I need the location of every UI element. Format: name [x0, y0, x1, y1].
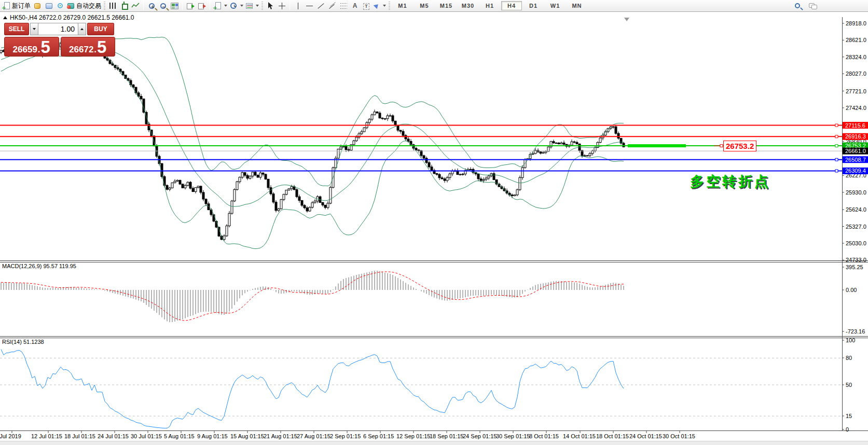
volume-increase-button[interactable]: [78, 23, 86, 35]
sell-price-sep: .: [38, 45, 40, 54]
fibonacci-icon: [340, 3, 347, 9]
clock-icon: [230, 3, 237, 9]
indicators-button[interactable]: [212, 1, 228, 11]
zoom-in-button[interactable]: [146, 1, 157, 11]
tab-m15[interactable]: M15: [436, 1, 457, 10]
trendline-button[interactable]: [315, 1, 326, 11]
collapse-panel-icon[interactable]: [3, 16, 7, 19]
toolbar-right: [794, 2, 817, 10]
svg-text:30 Oct 01:15: 30 Oct 01:15: [663, 433, 695, 439]
svg-text:26309.4: 26309.4: [845, 168, 866, 174]
macd-signal-line: [1, 272, 624, 321]
rsi-indicator-label: RSI(14) 51.1238: [2, 339, 44, 345]
vertical-line-button[interactable]: [292, 1, 304, 11]
tab-h4[interactable]: H4: [501, 1, 522, 10]
svg-text:9 Aug 01:15: 9 Aug 01:15: [197, 433, 228, 439]
label-tool-icon: T: [363, 3, 369, 10]
svg-text:27424.0: 27424.0: [846, 105, 866, 111]
text-tool-button[interactable]: A: [349, 1, 361, 11]
label-tool-button[interactable]: T: [361, 1, 372, 11]
navigator-icon: [46, 3, 52, 9]
sell-price-main: 26659: [13, 45, 37, 54]
rsi-level-lines: [0, 358, 842, 416]
toolbar-grip: [261, 2, 263, 10]
macd-axis: 395.250.00-723.16: [842, 264, 865, 335]
profiles-icon: [34, 3, 40, 9]
svg-text:24 Jul 01:15: 24 Jul 01:15: [98, 433, 129, 439]
chart-canvas[interactable]: 28918.028621.028324.028027.027721.027424…: [0, 12, 868, 441]
svg-text:26916.3: 26916.3: [845, 133, 866, 140]
navigator-button[interactable]: [43, 1, 54, 11]
tab-h1[interactable]: H1: [479, 1, 500, 10]
sell-price-box[interactable]: 26659 . 5: [4, 37, 59, 57]
buy-price-main: 26672: [69, 45, 93, 54]
buy-price-box[interactable]: 26672 . 5: [61, 37, 116, 57]
macd-histogram: [1, 271, 624, 322]
status-bar: [0, 441, 868, 445]
tile-windows-button[interactable]: [169, 1, 180, 11]
chart-title: HK50-,H4 26722.0 26729.0 26621.5 26661.0: [10, 14, 134, 21]
arrows-tool-button[interactable]: [372, 1, 387, 11]
volume-decrease-button[interactable]: [30, 23, 38, 35]
zoom-out-button[interactable]: [157, 1, 169, 11]
tab-m5[interactable]: M5: [414, 1, 435, 10]
indicators-icon: [213, 2, 222, 10]
sell-button[interactable]: SELL: [4, 23, 29, 35]
svg-text:28027.0: 28027.0: [846, 71, 866, 77]
signals-button[interactable]: [54, 1, 66, 11]
svg-text:26508.7: 26508.7: [845, 157, 866, 163]
new-order-label: 新订单: [12, 2, 31, 10]
chat-icon[interactable]: [809, 2, 817, 10]
svg-text:25930.0: 25930.0: [846, 189, 866, 196]
chart-shift-button[interactable]: [196, 1, 208, 11]
panel-borders: [0, 17, 868, 431]
horizontal-level-lines[interactable]: [0, 124, 842, 172]
axis-price-flags: 27115.626916.326753.226661.026508.726309…: [843, 122, 868, 174]
candles: [0, 42, 625, 241]
one-click-trade-panel: SELL BUY 26659 . 5 26672 . 5: [4, 23, 115, 57]
svg-text:395.25: 395.25: [846, 264, 863, 270]
tab-m30[interactable]: M30: [458, 1, 478, 10]
buy-price-sep: .: [94, 45, 97, 54]
turning-point-annotation: 多空转折点: [690, 172, 770, 191]
price-level-label[interactable]: 26753.2: [723, 141, 756, 151]
channel-icon: [328, 2, 336, 10]
tab-d1[interactable]: D1: [523, 1, 544, 10]
svg-text:25624.0: 25624.0: [846, 206, 866, 213]
crosshair-button[interactable]: [276, 1, 287, 11]
templates-button[interactable]: [244, 1, 260, 11]
tab-w1[interactable]: W1: [545, 1, 566, 10]
volume-input[interactable]: [38, 23, 78, 35]
horizontal-line-icon: [306, 6, 313, 6]
auto-scroll-button[interactable]: [185, 1, 196, 11]
svg-text:6 Sep 01:15: 6 Sep 01:15: [363, 433, 394, 439]
chart-shift-marker: [624, 18, 629, 21]
triangle-up-icon: [80, 28, 84, 30]
chevron-down-icon: [383, 5, 386, 7]
horizontal-line-button[interactable]: [304, 1, 315, 11]
svg-text:8 Jul 2019: 8 Jul 2019: [0, 433, 21, 439]
tab-m1[interactable]: M1: [392, 1, 413, 10]
tab-mn[interactable]: MN: [567, 1, 587, 10]
autotrading-button[interactable]: 自动交易: [66, 1, 102, 11]
bar-chart-icon: [109, 3, 116, 9]
candlestick-chart-icon: [120, 2, 128, 10]
toolbar-separator: [182, 2, 183, 10]
crosshair-icon: [279, 3, 285, 9]
fibonacci-button[interactable]: [338, 1, 349, 11]
buy-button[interactable]: BUY: [87, 23, 114, 35]
svg-text:12 Sep 01:15: 12 Sep 01:15: [396, 433, 430, 439]
line-chart-button[interactable]: [130, 1, 141, 11]
candlestick-chart-button[interactable]: [118, 1, 130, 11]
templates-icon: [246, 3, 253, 9]
cursor-button[interactable]: [265, 1, 276, 11]
bar-chart-button[interactable]: [107, 1, 118, 11]
bollinger-bands: [1, 37, 624, 249]
search-icon[interactable]: [795, 3, 800, 8]
new-order-button[interactable]: 新订单: [1, 1, 32, 11]
periods-button[interactable]: [228, 1, 244, 11]
autotrading-label: 自动交易: [76, 2, 101, 10]
channel-button[interactable]: [326, 1, 338, 11]
profiles-button[interactable]: [32, 1, 43, 11]
toolbar-separator: [290, 2, 290, 10]
